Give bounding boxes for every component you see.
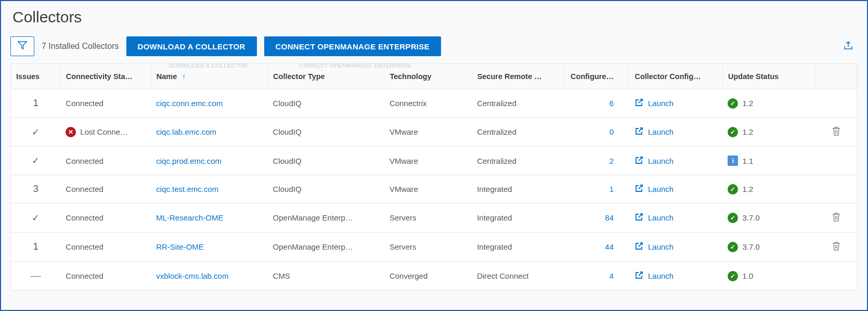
table-row[interactable]: —Connectedvxblock-cms.lab.comCMSConverge… (11, 262, 857, 291)
cell-issues: ✓ (11, 147, 60, 175)
cell-connectivity: Connected (60, 203, 151, 232)
issues-count: 1 (33, 98, 38, 108)
connectivity-status-label: Connected (66, 242, 103, 251)
cell-update-status: 3.7.0 (722, 203, 815, 232)
collector-name-link[interactable]: ML-Research-OME (156, 213, 223, 222)
configured-count-link[interactable]: 84 (605, 213, 614, 222)
ok-icon (728, 213, 738, 223)
table-row[interactable]: ✓Connectedciqc.prod.emc.comCloudIQVMware… (11, 147, 857, 175)
collector-name-link[interactable]: ciqc.test.emc.com (156, 185, 218, 193)
cell-collector-config: Launch (629, 147, 722, 175)
column-header-collector-config[interactable]: Collector Config… (629, 64, 722, 89)
cell-configured: 4 (565, 262, 629, 291)
sort-ascending-icon: ↑ (182, 72, 186, 81)
launch-button[interactable]: Launch (634, 126, 717, 137)
launch-label: Launch (648, 271, 673, 280)
connectivity-status-label: Lost Conne… (80, 127, 128, 136)
toolbar: 7 Installed Collectors DOWNLOAD A COLLEC… (10, 36, 858, 56)
cell-connectivity: Lost Conne… (60, 118, 151, 147)
connectivity-status-label: Connected (66, 185, 103, 193)
delete-button[interactable] (832, 129, 841, 138)
delete-button[interactable] (832, 215, 841, 224)
launch-icon (634, 212, 644, 223)
launch-icon (634, 126, 644, 137)
cell-collector-type: OpenManage Enterp… (268, 232, 384, 262)
cell-collector-config: Launch (629, 203, 722, 232)
page-title: Collectors (12, 8, 858, 26)
collector-name-link[interactable]: ciqc.prod.emc.com (156, 157, 222, 165)
issues-count: 1 (33, 241, 38, 252)
delete-button[interactable] (832, 244, 841, 253)
table-row[interactable]: ✓ConnectedML-Research-OMEOpenManage Ente… (11, 203, 857, 232)
cell-collector-type: CloudIQ (268, 147, 384, 175)
cell-technology: VMware (384, 147, 472, 175)
launch-icon (634, 156, 644, 166)
collector-name-link[interactable]: RR-Site-OME (156, 242, 204, 251)
update-version-label: 1.0 (742, 271, 753, 280)
cell-configured: 84 (565, 203, 629, 232)
launch-button[interactable]: Launch (634, 270, 717, 281)
launch-button[interactable]: Launch (634, 184, 717, 195)
column-header-configured[interactable]: Configure… (565, 64, 629, 89)
ghost-download-label: DOWNLOAD A COLLECTOR (169, 62, 248, 69)
cell-collector-config: Launch (629, 262, 722, 291)
collector-name-link[interactable]: ciqc.conn.emc.com (156, 99, 223, 108)
column-header-update-status[interactable]: Update Status (722, 64, 815, 89)
export-icon (843, 43, 853, 52)
cell-technology: Connectrix (384, 89, 472, 118)
cell-collector-type: CloudIQ (268, 175, 384, 203)
cell-configured: 44 (565, 232, 629, 262)
cell-technology: Servers (384, 232, 472, 262)
column-header-actions (816, 64, 857, 89)
launch-button[interactable]: Launch (634, 98, 717, 109)
issues-count: 3 (33, 184, 38, 194)
table-row[interactable]: 1ConnectedRR-Site-OMEOpenManage Enterp…S… (11, 232, 857, 262)
configured-count-link[interactable]: 44 (605, 242, 614, 251)
cell-secure-remote: Direct Connect (472, 262, 565, 291)
launch-button[interactable]: Launch (634, 212, 717, 223)
cell-name: ciqc.conn.emc.com (151, 89, 267, 118)
cell-collector-config: Launch (629, 232, 722, 262)
collector-name-link[interactable]: ciqc.lab.emc.com (156, 127, 216, 136)
column-header-connectivity[interactable]: Connectivity Sta… (60, 64, 151, 89)
cell-name: ciqc.lab.emc.com (151, 118, 267, 147)
ok-icon (728, 242, 738, 252)
update-version-label: 1.1 (742, 157, 753, 165)
collector-name-link[interactable]: vxblock-cms.lab.com (156, 271, 228, 280)
cell-actions (816, 118, 857, 147)
cell-collector-type: CloudIQ (268, 118, 384, 147)
cell-update-status: 1.0 (722, 262, 815, 291)
cell-secure-remote: Centralized (472, 147, 565, 175)
cell-update-status: 1.2 (722, 175, 815, 203)
download-collector-button[interactable]: DOWNLOAD A COLLECTOR (126, 36, 257, 56)
column-header-issues[interactable]: Issues (11, 64, 60, 89)
column-header-secure-remote[interactable]: Secure Remote … (472, 64, 565, 89)
configured-count-link[interactable]: 6 (610, 99, 614, 108)
table-row[interactable]: ✓Lost Conne…ciqc.lab.emc.comCloudIQVMwar… (11, 118, 857, 147)
cell-issues: 1 (11, 89, 60, 118)
table-row[interactable]: 3Connectedciqc.test.emc.comCloudIQVMware… (11, 175, 857, 203)
ok-icon (728, 271, 738, 281)
cell-connectivity: Connected (60, 147, 151, 175)
launch-label: Launch (648, 127, 673, 136)
table-row[interactable]: 1Connectedciqc.conn.emc.comCloudIQConnec… (11, 89, 857, 118)
configured-count-link[interactable]: 4 (610, 271, 614, 280)
configured-count-link[interactable]: 0 (610, 127, 614, 136)
cell-actions (816, 89, 857, 118)
cell-update-status: 1.2 (722, 89, 815, 118)
export-button[interactable] (843, 40, 858, 53)
launch-button[interactable]: Launch (634, 241, 717, 252)
cell-technology: Servers (384, 203, 472, 232)
cell-collector-config: Launch (629, 89, 722, 118)
configured-count-link[interactable]: 1 (610, 185, 614, 193)
connectivity-status-label: Connected (66, 99, 103, 108)
cell-name: ciqc.prod.emc.com (151, 147, 267, 175)
connect-openmanage-button[interactable]: CONNECT OPENMANAGE ENTERPRISE (264, 36, 441, 56)
launch-button[interactable]: Launch (634, 156, 717, 166)
configured-count-link[interactable]: 2 (610, 157, 614, 165)
connectivity-status-label: Connected (66, 271, 103, 280)
cell-actions (816, 232, 857, 262)
cell-configured: 2 (565, 147, 629, 175)
cell-issues: ✓ (11, 118, 60, 147)
filter-button[interactable] (10, 36, 34, 56)
